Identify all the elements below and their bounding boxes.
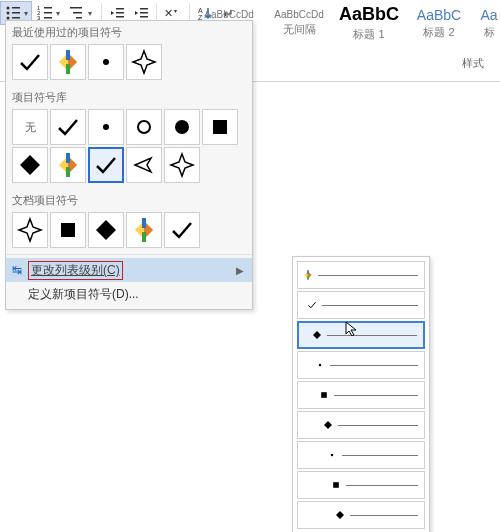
svg-text:✕: ✕ xyxy=(164,7,173,19)
bullet-cell-square[interactable] xyxy=(202,109,238,145)
svg-point-2 xyxy=(7,12,10,15)
bullet-check-icon xyxy=(306,299,318,311)
bullet-cell-color-diamond[interactable] xyxy=(50,147,86,183)
style-item[interactable]: Aa标 xyxy=(478,0,500,46)
style-item[interactable]: AaBbCcDd无间隔 xyxy=(268,0,330,46)
svg-rect-12 xyxy=(70,7,82,9)
bullet-square-icon xyxy=(318,389,330,401)
bullet-library-panel: 最近使用过的项目符号 项目符号库 无 文档项目符号 ↹ 更改列表级别(C) ▶ … xyxy=(5,20,253,310)
bullet-cell-disc[interactable] xyxy=(164,109,200,145)
bullet-cell-check[interactable] xyxy=(88,147,124,183)
increase-indent-icon xyxy=(133,5,149,21)
svg-rect-13 xyxy=(73,12,82,14)
level-line xyxy=(346,485,418,486)
bullet-cell-color-diamond[interactable] xyxy=(126,212,162,248)
level-line xyxy=(330,365,418,366)
svg-rect-9 xyxy=(44,12,52,14)
style-item[interactable]: AaBbC标题 2 xyxy=(408,0,470,46)
list-level-item[interactable] xyxy=(297,501,425,529)
menu-define-new-bullet[interactable]: 定义新项目符号(D)... xyxy=(6,282,252,306)
menu-change-list-level[interactable]: ↹ 更改列表级别(C) ▶ xyxy=(6,258,252,282)
level-line xyxy=(322,305,418,306)
bullet-cell-star4[interactable] xyxy=(164,147,200,183)
list-level-item[interactable] xyxy=(297,261,425,289)
svg-rect-17 xyxy=(116,16,124,18)
menu-change-list-level-label: 更改列表级别(C) xyxy=(28,261,123,280)
bullet-square-icon xyxy=(330,479,342,491)
svg-rect-11 xyxy=(44,17,52,19)
bullet-dot-icon xyxy=(326,449,338,461)
svg-rect-15 xyxy=(116,8,124,10)
svg-rect-19 xyxy=(140,12,148,14)
bullet-cell-dot[interactable] xyxy=(88,44,124,80)
chevron-down-icon: ▾ xyxy=(88,9,92,18)
bullet-cell-square[interactable] xyxy=(50,212,86,248)
bullet-diamond-icon xyxy=(334,509,346,521)
svg-point-0 xyxy=(7,7,10,10)
bullet-cell-check[interactable] xyxy=(164,212,200,248)
section-document-title: 文档项目符号 xyxy=(6,189,252,210)
recent-bullets-grid xyxy=(6,42,252,86)
document-bullets-grid xyxy=(6,210,252,254)
svg-rect-18 xyxy=(140,8,148,10)
bullet-diamond-icon xyxy=(322,419,334,431)
svg-rect-20 xyxy=(140,16,148,18)
bullet-cell-check[interactable] xyxy=(50,109,86,145)
bullet-cell-color-diamond[interactable] xyxy=(50,44,86,80)
svg-rect-5 xyxy=(12,17,20,19)
decrease-indent-icon xyxy=(109,5,125,21)
level-line xyxy=(334,395,418,396)
level-line xyxy=(338,425,418,426)
level-line xyxy=(327,335,417,336)
svg-rect-3 xyxy=(12,12,20,14)
list-level-item[interactable] xyxy=(297,291,425,319)
level-line xyxy=(350,515,418,516)
menu-define-new-bullet-label: 定义新项目符号(D)... xyxy=(28,286,139,303)
bullet-dot-icon xyxy=(314,359,326,371)
level-line xyxy=(342,455,418,456)
chevron-down-icon: ▾ xyxy=(56,9,60,18)
svg-rect-14 xyxy=(76,17,82,19)
section-recent-title: 最近使用过的项目符号 xyxy=(6,21,252,42)
svg-rect-16 xyxy=(116,12,124,14)
asian-layout-icon: ✕▾ xyxy=(164,5,182,21)
submenu-arrow-icon: ▶ xyxy=(236,265,244,276)
bullet-cell-check[interactable] xyxy=(12,44,48,80)
list-level-item[interactable] xyxy=(297,351,425,379)
svg-rect-7 xyxy=(44,7,52,9)
styles-group-caption: 样式 xyxy=(462,56,484,71)
chevron-down-icon: ▾ xyxy=(24,9,28,18)
list-level-item[interactable] xyxy=(297,471,425,499)
style-item[interactable]: AaBbC标题 1 xyxy=(338,0,400,46)
bullet-cell-dot[interactable] xyxy=(88,109,124,145)
list-level-item[interactable] xyxy=(297,441,425,469)
panel-menu: ↹ 更改列表级别(C) ▶ 定义新项目符号(D)... xyxy=(6,254,252,309)
bullet-diamond-icon xyxy=(311,329,323,341)
bullet-cell-none[interactable]: 无 xyxy=(12,109,48,145)
change-level-icon: ↹ xyxy=(10,263,24,277)
level-line xyxy=(318,275,418,276)
bullet-cell-diamond[interactable] xyxy=(12,147,48,183)
bullet-cell-circle[interactable] xyxy=(126,109,162,145)
bullet-cell-arrow[interactable] xyxy=(126,147,162,183)
bullet-cell-star4[interactable] xyxy=(126,44,162,80)
bullet-cell-diamond[interactable] xyxy=(88,212,124,248)
section-library-title: 项目符号库 xyxy=(6,86,252,107)
list-level-item[interactable] xyxy=(297,411,425,439)
bullet-cell-star4[interactable] xyxy=(12,212,48,248)
list-level-submenu xyxy=(292,256,430,532)
library-bullets-grid: 无 xyxy=(6,107,252,189)
bullet-color-diamond-icon xyxy=(302,269,314,281)
svg-rect-1 xyxy=(12,7,20,9)
list-level-item[interactable] xyxy=(297,321,425,349)
list-level-item[interactable] xyxy=(297,381,425,409)
svg-text:▾: ▾ xyxy=(174,8,177,14)
